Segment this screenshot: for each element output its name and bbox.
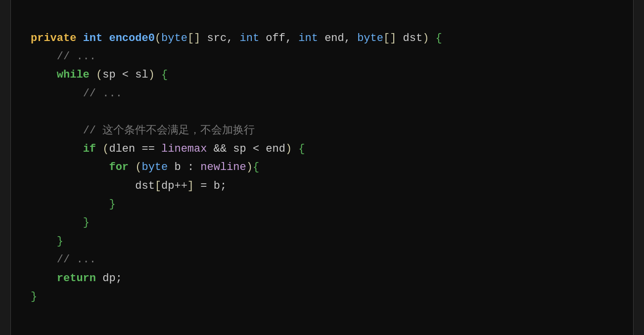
line-6: // 这个条件不会满足，不会加换行 [31, 125, 255, 137]
line-1: private int encode0(byte[] src, int off,… [31, 32, 442, 44]
line-3: while (sp < sl) { [31, 69, 168, 81]
line-4: // ... [31, 87, 122, 100]
line-8: for (byte b : newline){ [31, 161, 259, 173]
line-10: } [31, 198, 116, 210]
line-7: if (dlen == linemax && sp < end) { [31, 143, 305, 155]
code-block: private int encode0(byte[] src, int off,… [31, 10, 613, 325]
line-12: } [31, 235, 63, 248]
line-14: return dp; [31, 272, 122, 285]
line-2: // ... [31, 50, 96, 63]
line-13: // ... [31, 253, 96, 266]
line-9: dst[dp++] = b; [31, 180, 227, 192]
line-11: } [31, 216, 90, 229]
line-15: } [31, 291, 37, 303]
code-window: private int encode0(byte[] src, int off,… [10, 0, 634, 335]
